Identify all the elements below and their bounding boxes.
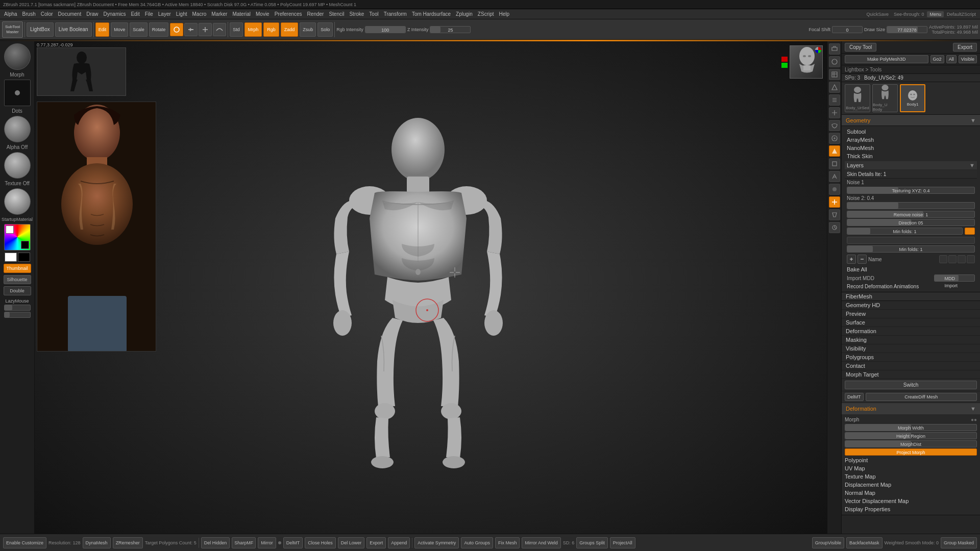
project-morph-slider[interactable]: Project Morph (845, 448, 977, 456)
all-btn[interactable]: All (946, 55, 957, 63)
rail-icon-11[interactable] (829, 222, 840, 233)
zsub-btn[interactable]: Zsub (300, 22, 316, 37)
menu-brush[interactable]: Brush (20, 11, 38, 17)
menu-edit[interactable]: Edit (129, 11, 141, 17)
mirror-btn[interactable]: Mirror (258, 537, 276, 548)
morphdist-slider[interactable]: MorphDist (845, 440, 977, 447)
move-btn[interactable]: Move (111, 22, 128, 37)
min-folds-slider[interactable]: Min folds: 1 (847, 228, 963, 235)
menu-movie[interactable]: Movie (254, 11, 272, 17)
inflate-icon-btn[interactable] (199, 23, 212, 36)
grid-icon-2[interactable] (948, 255, 957, 263)
focal-shift-slider[interactable]: 0 (832, 26, 863, 33)
menu-zplugin[interactable]: Zplugin (454, 11, 475, 17)
white-swatch[interactable] (5, 253, 17, 262)
thick-skin-menu-item[interactable]: Thick Skin (845, 152, 977, 160)
menu-btn[interactable]: Menu (927, 11, 944, 17)
nanomesh-menu-item[interactable]: NanoMesh (845, 144, 977, 152)
creatediff-btn[interactable]: CreateDiff Mesh (866, 393, 977, 401)
auto-groups-btn[interactable]: Auto Groups (461, 537, 493, 548)
nav-cube-area[interactable] (781, 45, 823, 79)
menu-tom[interactable]: Tom Hardsurface (410, 11, 453, 17)
morph-btn[interactable]: Mrph (244, 22, 262, 37)
go2-btn[interactable]: Go2 (930, 55, 944, 63)
height-region-slider[interactable]: Height Region (845, 432, 977, 439)
copy-tool-btn[interactable]: Copy Tool (845, 43, 876, 52)
morph-width-slider[interactable]: Morph Width (845, 424, 977, 431)
live-boolean-btn[interactable]: Live Boolean (55, 22, 92, 37)
lazy-slider-2[interactable] (4, 312, 31, 318)
rail-icon-6[interactable] (829, 133, 840, 144)
del-hidden-btn[interactable]: Del Hidden (201, 537, 230, 548)
menu-tool[interactable]: Tool (367, 11, 380, 17)
deformation-item[interactable]: Deformation (842, 327, 980, 336)
del-lower-btn[interactable]: Del Lower (338, 537, 365, 548)
double-btn[interactable]: Double (4, 286, 31, 295)
polygroups-item[interactable]: Polygroups (842, 353, 980, 362)
menu-light[interactable]: Light (174, 11, 189, 17)
menu-color[interactable]: Color (39, 11, 55, 17)
silhouette-btn[interactable]: Silhouette (4, 275, 31, 284)
close-holes-btn[interactable]: Close Holes (305, 537, 336, 548)
backfacemask-btn[interactable]: BackfaceMask (846, 537, 883, 548)
menu-render[interactable]: Render (305, 11, 326, 17)
menu-zscript[interactable]: ZScript (476, 11, 496, 17)
dots-preview[interactable] (4, 80, 31, 106)
see-through[interactable]: See-through: 0 (892, 12, 926, 17)
groupvisible-btn[interactable]: GroupVisible (812, 537, 844, 548)
rotate-btn[interactable]: Rotate (149, 22, 169, 37)
rgb-btn[interactable]: Rgb (263, 22, 279, 37)
polypoint-item[interactable]: Polypoint (845, 456, 977, 464)
rail-icon-7[interactable] (829, 158, 840, 169)
grid-icon-4[interactable] (967, 255, 975, 263)
morph-target-item[interactable]: Morph Target (842, 370, 980, 379)
color-picker[interactable] (4, 224, 31, 251)
mirror-weld-btn[interactable]: Mirror And Weld (522, 537, 560, 548)
rail-icon-4[interactable] (829, 94, 840, 106)
visibility-item[interactable]: Visibility (842, 344, 980, 353)
layers-header[interactable]: Layers ▼ (845, 161, 977, 169)
scale-btn[interactable]: Scale (130, 22, 148, 37)
thumbnail-btn[interactable]: Thumbnail (4, 264, 31, 273)
activate-symmetry-btn[interactable]: Activate Symmetry (414, 537, 459, 548)
grid-icon-3[interactable] (958, 255, 966, 263)
menu-material[interactable]: Material (230, 11, 253, 17)
std-btn[interactable]: Std (230, 22, 243, 37)
rail-icon-9[interactable] (829, 184, 840, 195)
arraymesh-menu-item[interactable]: ArrayMesh (845, 136, 977, 144)
append-btn[interactable]: Append (388, 537, 410, 548)
texturing-slider[interactable]: Texturing XYZ: 0.4 (847, 187, 975, 194)
menu-dynamics[interactable]: Dynamics (102, 11, 128, 17)
grid-icon-1[interactable] (939, 255, 947, 263)
bake-all-item[interactable]: Bake All (845, 265, 977, 273)
rail-icon-mask[interactable] (829, 120, 840, 131)
menu-document[interactable]: Document (56, 11, 84, 17)
subtool-thumb-3[interactable]: Body1 (900, 84, 925, 112)
fibermesh-header[interactable]: FiberMesh (842, 292, 980, 300)
menu-macro[interactable]: Macro (190, 11, 209, 17)
enable-customize-btn[interactable]: Enable Customize (3, 537, 46, 548)
geometry-header[interactable]: Geometry ▼ (842, 115, 980, 126)
geometry-hd-item[interactable]: Geometry HD (842, 301, 980, 310)
rail-icon-1[interactable] (829, 43, 840, 55)
fix-mesh-btn[interactable]: Fix Mesh (495, 537, 520, 548)
menu-alpha[interactable]: Alpha (2, 11, 19, 17)
rail-icon-subtool[interactable] (829, 69, 840, 80)
flatten-icon-btn[interactable] (184, 23, 198, 36)
menu-transform[interactable]: Transform (382, 11, 409, 17)
delt-bottom-btn[interactable]: DelMT (283, 537, 303, 548)
rail-icon-8[interactable] (829, 171, 840, 182)
dynamesh-btn[interactable]: DynaMesh (83, 537, 111, 548)
rail-icon-orange[interactable] (829, 145, 840, 157)
menu-help[interactable]: Help (497, 11, 512, 17)
texture-map-item[interactable]: Texture Map (845, 472, 977, 481)
z-intensity-slider[interactable]: 25 (430, 26, 471, 33)
rail-icon-5[interactable] (829, 107, 840, 118)
menu-layer[interactable]: Layer (156, 11, 173, 17)
zadd-btn[interactable]: Zadd (281, 22, 299, 37)
export-top-btn[interactable]: Export (953, 43, 977, 52)
solo-btn[interactable]: Solo (317, 22, 333, 37)
displacement-map-item[interactable]: Displacement Map (845, 481, 977, 489)
canvas-viewport[interactable]: 0.77,3.287,-0.029 (35, 41, 827, 534)
subtool-thumb-1[interactable]: Body_UrSed (845, 84, 870, 112)
